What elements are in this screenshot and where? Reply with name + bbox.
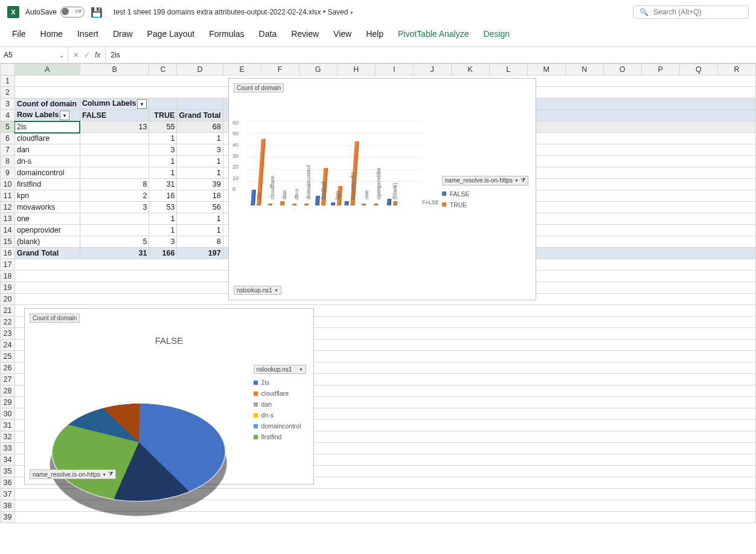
col-E[interactable]: E — [223, 64, 261, 76]
col-A[interactable]: A — [14, 64, 80, 76]
chevron-down-icon: ▼ — [102, 472, 106, 477]
table-row[interactable]: one — [14, 213, 80, 225]
row-13[interactable]: 13 — [1, 213, 15, 225]
save-icon[interactable]: 💾 — [91, 7, 103, 18]
col-K[interactable]: K — [451, 64, 489, 76]
tab-review[interactable]: Review — [291, 29, 319, 39]
row-4[interactable]: 4 — [1, 110, 15, 121]
grand-total-false: 31 — [80, 248, 149, 259]
accept-formula-icon[interactable]: ✓ — [84, 51, 90, 59]
table-row[interactable]: openprovider — [14, 225, 80, 236]
tab-help[interactable]: Help — [366, 29, 383, 39]
tab-page-layout[interactable]: Page Layout — [147, 29, 195, 39]
legend-item: firstfind — [254, 433, 306, 440]
col-O[interactable]: O — [603, 64, 641, 76]
tab-view[interactable]: View — [333, 29, 351, 39]
cell-A5[interactable]: 2is — [14, 121, 80, 133]
select-all-corner[interactable] — [1, 64, 15, 76]
col-Q[interactable]: Q — [679, 64, 717, 76]
chart-title: Count of domain — [234, 83, 284, 92]
cell-C5[interactable]: 55 — [149, 121, 177, 133]
row-16[interactable]: 16 — [1, 248, 15, 259]
chevron-down-icon: ▼ — [514, 178, 519, 182]
legend-field-filter[interactable]: name_resolve.is-on-https▼⧩ — [442, 176, 528, 185]
search-box[interactable]: 🔍 Search (Alt+Q) — [633, 5, 749, 19]
col-P[interactable]: P — [641, 64, 679, 76]
col-N[interactable]: N — [565, 64, 603, 76]
row-5[interactable]: 5 — [1, 121, 15, 133]
filter-icon[interactable]: ▾ — [137, 99, 147, 109]
tab-draw[interactable]: Draw — [113, 29, 133, 39]
row-8[interactable]: 8 — [1, 156, 15, 167]
legend-item: 2is — [254, 379, 306, 386]
pivot-column-labels[interactable]: Column Labels▾ — [80, 98, 149, 110]
col-D[interactable]: D — [177, 64, 223, 76]
chevron-down-icon: ▼ — [274, 288, 278, 292]
pivot-chart-pie[interactable]: Count of domain FALSE nslookup.ns1 ▼ 2is… — [24, 308, 314, 485]
row-15[interactable]: 15 — [1, 236, 15, 248]
col-M[interactable]: M — [527, 64, 565, 76]
tab-home[interactable]: Home — [40, 29, 63, 39]
table-row[interactable]: dn-s — [14, 156, 80, 167]
row-10[interactable]: 10 — [1, 179, 15, 190]
name-box[interactable]: A5⌄ — [0, 47, 68, 63]
tab-file[interactable]: File — [12, 29, 26, 39]
axis-field-filter[interactable]: nslookup.ns1▼ — [234, 286, 281, 295]
row-7[interactable]: 7 — [1, 144, 15, 156]
cell-B5[interactable]: 13 — [80, 121, 149, 133]
col-I[interactable]: I — [375, 64, 413, 76]
col-H[interactable]: H — [337, 64, 375, 76]
legend-item: cloudflare — [254, 390, 306, 397]
column-headers[interactable]: A B C D E F G H I J K L M N O P Q R — [1, 64, 756, 76]
legend-field-filter[interactable]: nslookup.ns1 ▼ — [254, 365, 306, 374]
row-6[interactable]: 6 — [1, 133, 15, 144]
fx-icon[interactable]: fx — [95, 51, 100, 59]
chart-title: Count of domain — [30, 314, 80, 323]
tab-pivottable-analyze[interactable]: PivotTable Analyze — [398, 29, 469, 39]
tab-design[interactable]: Design — [484, 29, 510, 39]
legend-item: dan — [254, 401, 306, 408]
pivot-chart-bar[interactable]: Count of domain 605040 3020100 2is cloud… — [228, 78, 536, 300]
autosave-switch[interactable]: Off — [60, 7, 85, 18]
document-title: test 1 sheet 199 domains extra attribute… — [114, 8, 353, 16]
tab-insert[interactable]: Insert — [77, 29, 98, 39]
pivot-row-labels[interactable]: Row Labels▾ — [14, 110, 80, 121]
col-C[interactable]: C — [149, 64, 177, 76]
col-G[interactable]: G — [299, 64, 337, 76]
legend-item-false: FALSE — [442, 190, 528, 198]
tab-formulas[interactable]: Formulas — [209, 29, 244, 39]
col-B[interactable]: B — [80, 64, 149, 76]
formula-input[interactable]: 2is — [106, 51, 756, 59]
table-row[interactable]: domaincontrol — [14, 167, 80, 179]
table-row[interactable]: movaworks — [14, 202, 80, 213]
table-row[interactable]: dan — [14, 144, 80, 156]
table-row[interactable]: firstfind — [14, 179, 80, 190]
worksheet[interactable]: A B C D E F G H I J K L M N O P Q R 1 2 … — [0, 63, 756, 547]
row-3[interactable]: 3 — [1, 98, 15, 110]
chevron-down-icon: ▼ — [299, 367, 303, 372]
row-14[interactable]: 14 — [1, 225, 15, 236]
dropdown-icon[interactable]: ▾ — [60, 111, 69, 120]
pie-plot-area — [54, 357, 235, 460]
col-R[interactable]: R — [717, 64, 755, 76]
row-2[interactable]: 2 — [1, 87, 15, 98]
tab-data[interactable]: Data — [259, 29, 277, 39]
row-9[interactable]: 9 — [1, 167, 15, 179]
row-11[interactable]: 11 — [1, 190, 15, 202]
table-row[interactable]: cloudflare — [14, 133, 80, 144]
autosave-label: AutoSave — [25, 8, 57, 16]
cancel-formula-icon[interactable]: ✕ — [73, 51, 79, 59]
row-12[interactable]: 12 — [1, 202, 15, 213]
row-1[interactable]: 1 — [1, 76, 15, 87]
col-F[interactable]: F — [261, 64, 299, 76]
table-row[interactable]: (blank) — [14, 236, 80, 248]
col-L[interactable]: L — [489, 64, 527, 76]
autosave-toggle[interactable]: AutoSave Off — [25, 7, 85, 18]
table-row[interactable]: kpn — [14, 190, 80, 202]
cell-D5[interactable]: 68 — [177, 121, 223, 133]
axis-field-filter[interactable]: name_resolve.is-on-https▼⧩ — [30, 469, 116, 479]
col-J[interactable]: J — [413, 64, 451, 76]
col-grand-total: Grand Total — [177, 110, 223, 121]
chevron-down-icon: ⌄ — [59, 52, 64, 59]
funnel-icon: ⧩ — [521, 177, 525, 184]
